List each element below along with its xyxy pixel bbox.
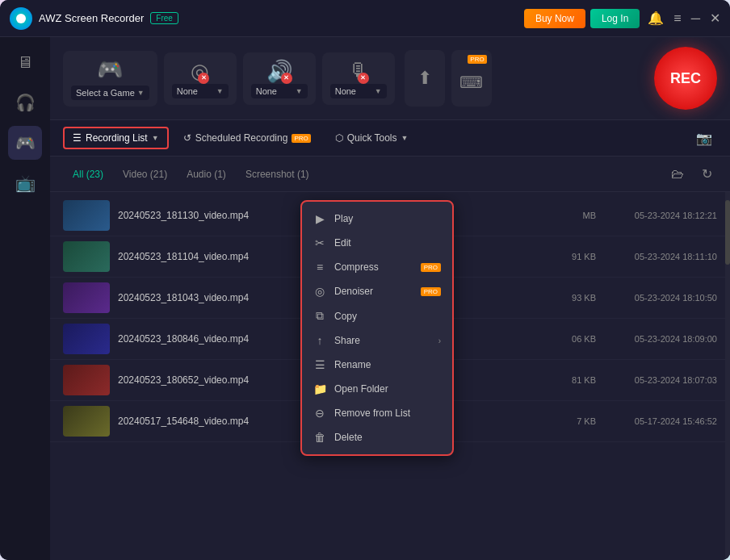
- menu-icon[interactable]: ≡: [673, 11, 681, 26]
- denoiser-label: Denoiser: [334, 286, 373, 297]
- free-badge: Free: [150, 12, 178, 24]
- context-menu-item-delete[interactable]: 🗑 Delete: [302, 425, 452, 449]
- context-menu-item-open-folder[interactable]: 📁 Open Folder: [302, 377, 452, 401]
- game-control[interactable]: 🎮 Select a Game ▼: [63, 51, 157, 107]
- sidebar-item-game[interactable]: 🎮: [8, 126, 42, 160]
- scrollbar-track[interactable]: [725, 192, 730, 560]
- context-menu-item-rename[interactable]: ☰ Rename: [302, 353, 452, 377]
- top-controls: 🎮 Select a Game ▼ ◎ ✕ None ▼: [50, 37, 730, 120]
- remove-icon: ⊖: [313, 407, 326, 420]
- compress-label: Compress: [334, 261, 379, 273]
- filter-tab-screenshot[interactable]: Screenshot (1): [236, 165, 319, 183]
- compress-pro-badge: PRO: [421, 263, 441, 272]
- context-menu-item-share[interactable]: ↑ Share ›: [302, 328, 452, 353]
- scheduled-recording-button[interactable]: ↺ Scheduled Recording PRO: [174, 127, 321, 149]
- sidebar-item-video[interactable]: 📺: [8, 166, 42, 200]
- recording-date: 05-23-2024 18:09:00: [604, 334, 717, 344]
- headphone-icon: 🎧: [15, 93, 36, 112]
- buy-now-button[interactable]: Buy Now: [524, 9, 585, 28]
- scrollbar-thumb[interactable]: [725, 200, 730, 265]
- context-menu-item-remove[interactable]: ⊖ Remove from List: [302, 401, 452, 425]
- cursor-control[interactable]: ⬆: [405, 50, 445, 107]
- system-sound-icon-wrapper: 🔊 ✕: [266, 59, 292, 84]
- open-folder-icon[interactable]: 🗁: [666, 164, 689, 185]
- share-label: Share: [334, 335, 360, 346]
- system-sound-dropdown-arrow: ▼: [296, 87, 303, 95]
- play-label: Play: [334, 213, 353, 224]
- clock-icon: ↺: [183, 132, 191, 144]
- filter-tabs: All (23) Video (21) Audio (1) Screenshot…: [50, 157, 730, 192]
- cursor-icon: ⬆: [417, 68, 432, 89]
- recording-list: 20240523_181130_video.mp4 MB 05-23-2024 …: [50, 192, 730, 560]
- main-layout: 🖥 🎧 🎮 📺 🎮 Select a Game ▼: [0, 37, 730, 560]
- toolbar: ☰ Recording List ▼ ↺ Scheduled Recording…: [50, 120, 730, 157]
- screenshot-icon[interactable]: 📷: [691, 127, 717, 149]
- webcam-control[interactable]: ◎ ✕ None ▼: [164, 52, 237, 105]
- context-menu-item-denoiser[interactable]: ◎ Denoiser PRO: [302, 279, 452, 303]
- microphone-icon-wrapper: 🎙 ✕: [348, 59, 369, 84]
- minimize-icon[interactable]: ─: [691, 11, 700, 26]
- sidebar-item-screen[interactable]: 🖥: [8, 45, 42, 79]
- system-sound-dropdown-label: None: [256, 86, 277, 96]
- microphone-dropdown[interactable]: None ▼: [330, 84, 387, 98]
- screen-icon: 🖥: [17, 53, 33, 72]
- share-icon: ↑: [313, 334, 326, 347]
- recording-thumb: [63, 241, 110, 272]
- recording-thumb: [63, 406, 110, 437]
- edit-label: Edit: [334, 237, 351, 249]
- close-icon[interactable]: ✕: [710, 10, 720, 26]
- quick-tools-button[interactable]: ⬡ Quick Tools ▼: [325, 127, 418, 149]
- recording-thumb: [63, 365, 110, 395]
- gamepad-icon: 🎮: [97, 57, 123, 82]
- webcam-disabled-badge: ✕: [198, 73, 209, 84]
- login-button[interactable]: Log In: [590, 9, 640, 28]
- open-folder-context-icon: 📁: [313, 382, 326, 395]
- recording-thumb: [63, 324, 110, 354]
- context-menu-item-play[interactable]: ▶ Play: [302, 207, 452, 231]
- recording-thumb: [63, 282, 110, 313]
- share-arrow: ›: [438, 336, 441, 345]
- notification-icon[interactable]: 🔔: [648, 10, 664, 26]
- open-folder-label: Open Folder: [334, 383, 388, 395]
- keyboard-control[interactable]: PRO ⌨: [451, 50, 492, 107]
- filter-tab-audio[interactable]: Audio (1): [177, 165, 236, 183]
- quick-tools-dropdown-arrow: ▼: [401, 134, 409, 142]
- rec-label: REC: [670, 70, 701, 87]
- context-menu-item-edit[interactable]: ✂ Edit: [302, 231, 452, 255]
- sidebar-item-audio[interactable]: 🎧: [8, 86, 42, 119]
- keyboard-icon: ⌨: [459, 73, 483, 92]
- system-sound-disabled-badge: ✕: [281, 73, 292, 84]
- tools-icon: ⬡: [335, 132, 343, 144]
- webcam-dropdown-arrow: ▼: [216, 87, 224, 95]
- keyboard-pro-badge: PRO: [468, 55, 486, 64]
- denoiser-icon: ◎: [313, 285, 326, 298]
- system-sound-control[interactable]: 🔊 ✕ None ▼: [243, 52, 316, 105]
- rec-button[interactable]: REC: [654, 47, 717, 110]
- webcam-dropdown[interactable]: None ▼: [172, 84, 229, 98]
- microphone-control[interactable]: 🎙 ✕ None ▼: [322, 52, 395, 105]
- context-menu-item-compress[interactable]: ≡ Compress PRO: [302, 255, 452, 279]
- recording-size: 06 KB: [539, 334, 596, 344]
- tv-icon: 📺: [15, 173, 36, 193]
- list-icon: ☰: [73, 132, 82, 144]
- recording-date: 05-23-2024 18:07:03: [604, 375, 717, 385]
- filter-action-icons: 🗁 ↻: [666, 163, 717, 185]
- rename-label: Rename: [334, 359, 371, 370]
- delete-icon: 🗑: [313, 431, 326, 444]
- recording-date: 05-23-2024 18:12:21: [604, 211, 717, 220]
- context-menu-item-copy[interactable]: ⧉ Copy: [302, 303, 452, 328]
- recording-date: 05-17-2024 15:46:52: [604, 416, 717, 426]
- recording-date: 05-23-2024 18:11:10: [604, 252, 717, 261]
- edit-icon: ✂: [313, 236, 326, 249]
- system-sound-dropdown[interactable]: None ▼: [251, 84, 308, 98]
- recording-date: 05-23-2024 18:10:50: [604, 293, 717, 303]
- webcam-dropdown-label: None: [177, 86, 198, 96]
- recording-list-button[interactable]: ☰ Recording List ▼: [63, 127, 169, 149]
- delete-label: Delete: [334, 432, 363, 443]
- filter-tab-all[interactable]: All (23): [63, 165, 113, 183]
- recording-size: MB: [539, 211, 596, 220]
- filter-tab-video[interactable]: Video (21): [113, 165, 177, 183]
- app-logo: [10, 7, 32, 30]
- game-dropdown[interactable]: Select a Game ▼: [71, 86, 149, 100]
- refresh-icon[interactable]: ↻: [697, 163, 717, 185]
